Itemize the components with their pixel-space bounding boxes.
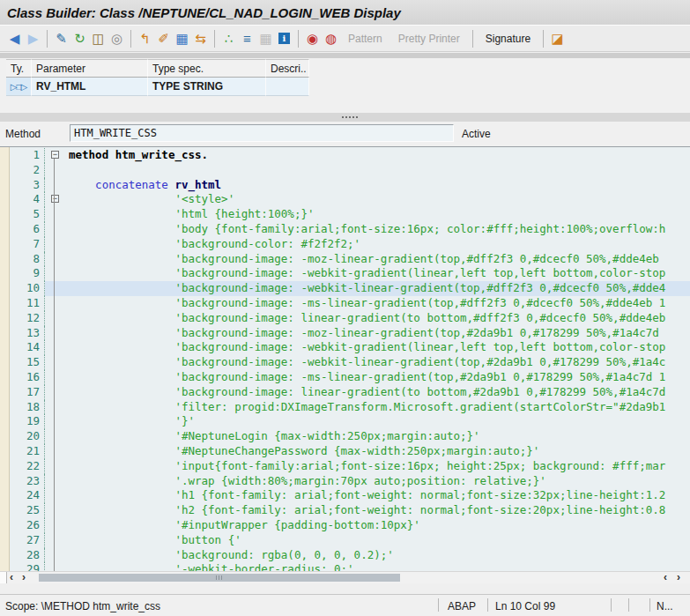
code-line[interactable]: 21 '#NeptuneChangePassword {max-width:25… xyxy=(10,444,690,459)
code-line[interactable]: 24 'h1 {font-family: arial;font-weight: … xyxy=(10,488,690,503)
copy-icon[interactable]: ◫ xyxy=(89,29,108,48)
code-text: '.wrap {width:80%;margin:70px auto;posit… xyxy=(69,474,690,489)
sort-list-icon[interactable]: ≡ xyxy=(238,29,256,48)
fold-collapse-icon[interactable]: − xyxy=(51,151,59,159)
navigation-icon[interactable]: ⇆ xyxy=(191,29,210,48)
parameter-table-header: Ty.ParameterType spec.Descri.. xyxy=(6,59,309,78)
code-line[interactable]: 3 concatenate rv_html xyxy=(10,178,690,193)
code-line[interactable]: 1−method htm_write_css. xyxy=(10,148,690,163)
column-header[interactable]: Ty. xyxy=(6,59,32,78)
code-text: 'h1 {font-family: arial;font-weight: nor… xyxy=(69,488,690,503)
scrollbar-corner xyxy=(0,572,7,583)
line-number: 14 xyxy=(10,340,45,355)
fold-column xyxy=(45,340,69,355)
pattern-wand-icon[interactable]: ✐ xyxy=(154,29,173,48)
code-line[interactable]: 28 'background: rgba(0, 0, 0, 0.2);' xyxy=(10,548,690,563)
pane-splitter[interactable] xyxy=(0,113,690,122)
fold-collapse-icon[interactable]: − xyxy=(51,195,59,203)
fold-column xyxy=(45,562,69,571)
code-line[interactable]: 2 xyxy=(10,163,690,178)
status-separator xyxy=(649,598,650,612)
code-line[interactable]: 19 '}' xyxy=(10,414,690,429)
fold-column xyxy=(45,548,69,563)
code-line[interactable]: 26 '#inputWrapper {padding-bottom:10px}' xyxy=(10,518,690,533)
method-status: Active xyxy=(462,128,491,140)
scroll-right-icon[interactable]: › xyxy=(22,572,26,583)
type-spec-cell[interactable]: TYPE STRING xyxy=(148,78,266,96)
column-header[interactable]: Parameter xyxy=(32,59,148,78)
code-editor[interactable]: 1−method htm_write_css.23 concatenate rv… xyxy=(0,146,690,571)
fold-column xyxy=(45,533,69,548)
method-name-field[interactable]: HTM_WRITE_CSS xyxy=(70,124,454,142)
code-line[interactable]: 23 '.wrap {width:80%;margin:70px auto;po… xyxy=(10,474,690,489)
signature-button[interactable]: Signature xyxy=(478,33,538,45)
code-line[interactable]: 8 'background-image: -moz-linear-gradien… xyxy=(10,252,690,267)
code-line[interactable]: 27 'button {' xyxy=(10,533,690,548)
display-change-icon[interactable]: ✎ xyxy=(52,29,70,48)
status-separator xyxy=(628,598,629,612)
code-line[interactable]: 12 'background-image: linear-gradient(to… xyxy=(10,311,690,326)
line-number: 21 xyxy=(10,444,45,459)
other-object-icon[interactable]: ◎ xyxy=(108,29,126,48)
scroll-left-icon[interactable]: ‹ xyxy=(10,572,13,583)
fold-column xyxy=(45,488,69,503)
line-number: 16 xyxy=(10,370,45,385)
scroll-right-icon-right[interactable]: › xyxy=(677,572,680,583)
test-machine-icon[interactable]: ▦ xyxy=(173,29,191,48)
fold-scope-line xyxy=(54,159,55,571)
returning-parameter-icon[interactable]: ▷□▷ xyxy=(6,78,32,96)
code-line[interactable]: 4− '<style>' xyxy=(10,192,690,207)
code-line[interactable]: 13 'background-image: -moz-linear-gradie… xyxy=(10,326,690,341)
breakpoint-monitor-icon[interactable]: ◉ xyxy=(303,29,322,48)
scrollbar-thumb[interactable] xyxy=(39,574,400,582)
code-line[interactable]: 29 '-webkit-border-radius: 0;' xyxy=(10,562,690,571)
code-text: 'background-image: linear-gradient(to bo… xyxy=(69,311,690,326)
code-line[interactable]: 14 'background-image: -webkit-gradient(l… xyxy=(10,340,690,355)
back-icon[interactable]: ◀ xyxy=(5,29,24,48)
column-header[interactable]: Descri.. xyxy=(266,59,309,78)
where-used-icon[interactable]: ↰ xyxy=(136,29,154,48)
scroll-left-icon-right[interactable]: ‹ xyxy=(664,572,667,583)
line-number: 8 xyxy=(10,252,45,267)
parameter-name-cell[interactable]: RV_HTML xyxy=(32,78,148,96)
parameter-table: Ty.ParameterType spec.Descri.. ▷□▷RV_HTM… xyxy=(6,59,309,96)
toolbar-divider xyxy=(0,53,690,58)
hierarchy-icon[interactable]: ∴ xyxy=(219,29,238,48)
code-text: '#NeptuneChangePassword {max-width:250px… xyxy=(69,444,690,459)
column-header[interactable]: Type spec. xyxy=(148,59,266,78)
code-text: 'h2 {font-family: arial;font-weight: nor… xyxy=(69,503,690,518)
description-cell[interactable] xyxy=(266,78,309,96)
code-line[interactable]: 15 'background-image: -webkit-linear-gra… xyxy=(10,355,690,370)
parameter-table-row[interactable]: ▷□▷RV_HTMLTYPE STRING xyxy=(6,78,309,96)
fold-column xyxy=(45,518,69,533)
code-line[interactable]: 6 'body {font-family:arial;font-size:16p… xyxy=(10,222,690,237)
code-line[interactable]: 11 'background-image: -ms-linear-gradien… xyxy=(10,296,690,311)
code-text: 'background-image: -ms-linear-gradient(t… xyxy=(69,296,690,311)
code-line[interactable]: 18 'filter: progid:DXImageTransform.Micr… xyxy=(10,400,690,415)
info-icon[interactable]: i xyxy=(275,29,293,48)
pattern-button: Pattern xyxy=(340,33,390,45)
line-number: 5 xyxy=(10,207,45,222)
code-line[interactable]: 25 'h2 {font-family: arial;font-weight: … xyxy=(10,503,690,518)
code-line[interactable]: 16 'background-image: -ms-linear-gradien… xyxy=(10,370,690,385)
code-line[interactable]: 20 '#NeptuneLogin {max-width:250px;margi… xyxy=(10,429,690,444)
code-line[interactable]: 17 'background-image: linear-gradient(to… xyxy=(10,385,690,400)
fold-column: − xyxy=(45,192,69,207)
line-number: 3 xyxy=(10,178,45,193)
code-text: concatenate rv_html xyxy=(69,178,690,193)
line-number: 28 xyxy=(10,548,45,563)
splitter-handle[interactable] xyxy=(342,116,344,118)
code-line[interactable]: 7 'background-color: #f2f2f2;' xyxy=(10,237,690,252)
code-text: 'background-image: -webkit-gradient(line… xyxy=(69,266,690,281)
code-line[interactable]: 10 'background-image: -webkit-linear-gra… xyxy=(10,281,690,296)
code-line[interactable]: 5 'html {height:100%;}' xyxy=(10,207,690,222)
object-list-icon[interactable]: ◪ xyxy=(548,29,567,48)
line-number: 19 xyxy=(10,414,45,429)
horizontal-scrollbar[interactable]: ‹ › ‹ › xyxy=(0,571,690,584)
breakpoint-session-icon[interactable]: ◍ xyxy=(322,29,340,48)
code-lines[interactable]: 1−method htm_write_css.23 concatenate rv… xyxy=(10,148,690,571)
code-line[interactable]: 22 'input{font-family:arial;font-size:16… xyxy=(10,459,690,474)
refresh-icon[interactable]: ↻ xyxy=(70,29,89,48)
line-number: 9 xyxy=(10,266,45,281)
code-line[interactable]: 9 'background-image: -webkit-gradient(li… xyxy=(10,266,690,281)
